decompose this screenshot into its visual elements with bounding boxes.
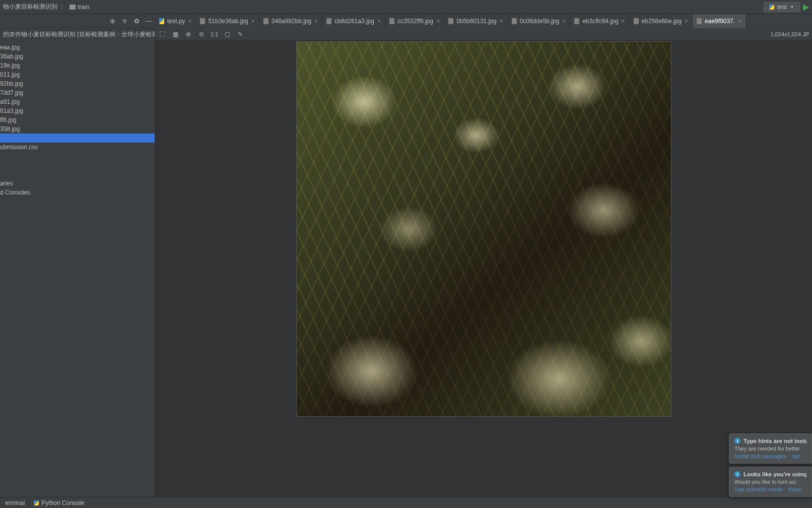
close-icon[interactable]: × (251, 18, 255, 25)
close-icon[interactable]: × (685, 18, 688, 25)
notification-body: They are needed for better (734, 446, 806, 452)
editor-tab[interactable]: test.py× (155, 14, 196, 28)
file-tree-item[interactable]: ubmission.csv (0, 143, 155, 152)
locate-icon[interactable]: ⊕ (109, 18, 116, 25)
run-button[interactable]: ▶ (803, 2, 809, 12)
editor-tabs: test.py×51b3e36ab.jpg×348a992bb.jpg×cb8d… (155, 14, 812, 28)
close-icon[interactable]: × (188, 18, 191, 25)
zoom-in-icon[interactable]: ⊕ (184, 30, 192, 38)
file-tree-item[interactable]: ff6.jpg (0, 115, 155, 124)
tab-label: 51b3e36ab.jpg (208, 18, 248, 25)
terminal-label: erminal (5, 499, 25, 506)
hide-icon[interactable]: — (145, 18, 152, 25)
run-configuration-selector[interactable]: test ▼ (764, 2, 800, 12)
tool-window-bar: erminal Python Console (0, 497, 812, 508)
close-icon[interactable]: × (500, 18, 503, 25)
run-config-label: test (777, 4, 787, 11)
image-viewer-toolbar: ⛶ ▦ ⊕ ⊖ 1:1 ▢ ✎ 1,024x1,024 JP (155, 28, 812, 40)
close-icon[interactable]: × (738, 18, 741, 25)
tab-label: cb8d261a3.jpg (334, 18, 374, 25)
notification-action-link[interactable]: Use scientific mode (734, 486, 782, 492)
notification-action-link[interactable]: Ign (792, 453, 800, 459)
notification-title: iLooks like you're using N (734, 471, 806, 477)
file-tree-item[interactable]: 61a3.jpg (0, 106, 155, 115)
file-tree-item[interactable]: 011.jpg (0, 70, 155, 79)
image-canvas[interactable] (155, 40, 812, 497)
editor-tab[interactable]: 0c06dde5b.jpg× (508, 14, 571, 28)
tab-label: eae9f9037. (705, 18, 735, 25)
python-file-icon (159, 18, 164, 24)
chevron-down-icon: ▼ (790, 5, 794, 10)
editor-tab[interactable]: eae9f9037.× (693, 14, 746, 28)
spacer (0, 152, 155, 161)
file-tree-item[interactable]: 92bb.jpg (0, 79, 155, 88)
notification-title-text: Looks like you're using N (743, 471, 806, 477)
color-picker-icon[interactable]: ✎ (236, 30, 244, 38)
settings-icon[interactable]: ✿ (133, 18, 140, 25)
notification-balloon[interactable]: iType hints are not installThey are need… (729, 433, 812, 464)
spacer (0, 170, 155, 179)
image-viewer: ⛶ ▦ ⊕ ⊖ 1:1 ▢ ✎ 1,024x1,024 JP (155, 28, 812, 497)
expand-icon[interactable]: ≑ (121, 18, 128, 25)
file-tree-item-selected[interactable] (0, 134, 155, 143)
image-pixels (297, 42, 671, 416)
tab-label: 0b5b60131.jpg (456, 18, 496, 25)
image-file-icon (200, 18, 205, 24)
navigation-bar: 物小麦目标检测识别 〉 train test ▼ ▶ (0, 0, 812, 14)
breadcrumb-project[interactable]: 物小麦目标检测识别 (3, 3, 57, 11)
image-dimensions-label: 1,024x1,024 JP (771, 31, 809, 37)
breadcrumb-folder[interactable]: train (70, 4, 89, 11)
project-subtitle: [目标检测案例：全球小麦检测] (77, 31, 155, 38)
image-file-icon (512, 18, 517, 24)
python-console-label: Python Console (41, 499, 84, 506)
file-tree: eaa.jpg36ab.jpg19e.jpg011.jpg92bb.jpg7dd… (0, 43, 155, 197)
close-icon[interactable]: × (377, 18, 381, 25)
project-root-label[interactable]: 的农作物小麦目标检测识别 [目标检测案例：全球小麦检测] C:\User (0, 28, 155, 41)
fit-to-window-icon[interactable]: ⛶ (158, 30, 166, 38)
image-file-icon (574, 18, 579, 24)
editor-tabs-row: ⊕ ≑ ✿ — test.py×51b3e36ab.jpg×348a992bb.… (0, 14, 812, 28)
file-tree-item[interactable]: aries (0, 179, 155, 188)
zoom-out-icon[interactable]: ⊖ (197, 30, 206, 38)
editor-tab[interactable]: 0b5b60131.jpg× (444, 14, 507, 28)
terminal-tool-button[interactable]: erminal (5, 499, 25, 506)
file-tree-item[interactable]: 19e.jpg (0, 61, 155, 70)
zoom-level-label[interactable]: 1:1 (211, 31, 218, 37)
close-icon[interactable]: × (436, 18, 440, 25)
editor-tab[interactable]: 348a992bb.jpg× (259, 14, 322, 28)
editor-tab[interactable]: cc3532ff6.jpg× (385, 14, 444, 28)
notification-body: Would you like to turn sci (734, 479, 806, 485)
editor-tab[interactable]: cb8d261a3.jpg× (322, 14, 385, 28)
project-sidebar: 的农作物小麦目标检测识别 [目标检测案例：全球小麦检测] C:\User eaa… (0, 28, 155, 497)
editor-tab[interactable]: eb256e6be.jpg× (630, 14, 693, 28)
close-icon[interactable]: × (314, 18, 318, 25)
close-icon[interactable]: × (622, 18, 625, 25)
editor-tab[interactable]: eb3cffc94.jpg× (570, 14, 629, 28)
file-tree-item[interactable]: 36ab.jpg (0, 52, 155, 61)
project-tool-header-actions: ⊕ ≑ ✿ — (0, 18, 155, 25)
breadcrumb: 物小麦目标检测识别 〉 train (3, 3, 89, 11)
tab-label: 348a992bb.jpg (272, 18, 311, 25)
file-tree-item[interactable]: eaa.jpg (0, 43, 155, 52)
notification-action-link[interactable]: Install stub packages (734, 453, 786, 459)
image-file-icon (697, 18, 702, 24)
file-tree-item[interactable]: 358.jpg (0, 124, 155, 134)
image-file-icon (326, 18, 331, 24)
file-tree-item[interactable]: 7dd7.jpg (0, 88, 155, 97)
notification-action-link[interactable]: Keep (788, 486, 801, 492)
close-icon[interactable]: × (562, 18, 566, 25)
image-file-icon (389, 18, 394, 24)
notification-balloon[interactable]: iLooks like you're using NWould you like… (729, 467, 812, 497)
file-tree-item[interactable]: d Consoles (0, 188, 155, 197)
notification-actions: Use scientific modeKeep (734, 486, 806, 492)
checker-toggle-icon[interactable]: ▢ (223, 30, 231, 38)
image-content (296, 41, 671, 417)
editor-tab[interactable]: 51b3e36ab.jpg× (196, 14, 259, 28)
grid-icon[interactable]: ▦ (171, 30, 179, 38)
notification-actions: Install stub packagesIgn (734, 453, 806, 459)
python-icon (34, 500, 39, 505)
folder-icon (70, 5, 76, 10)
file-tree-item[interactable]: a91.jpg (0, 97, 155, 106)
python-console-tool-button[interactable]: Python Console (34, 499, 84, 506)
tab-label: eb256e6be.jpg (642, 18, 682, 25)
